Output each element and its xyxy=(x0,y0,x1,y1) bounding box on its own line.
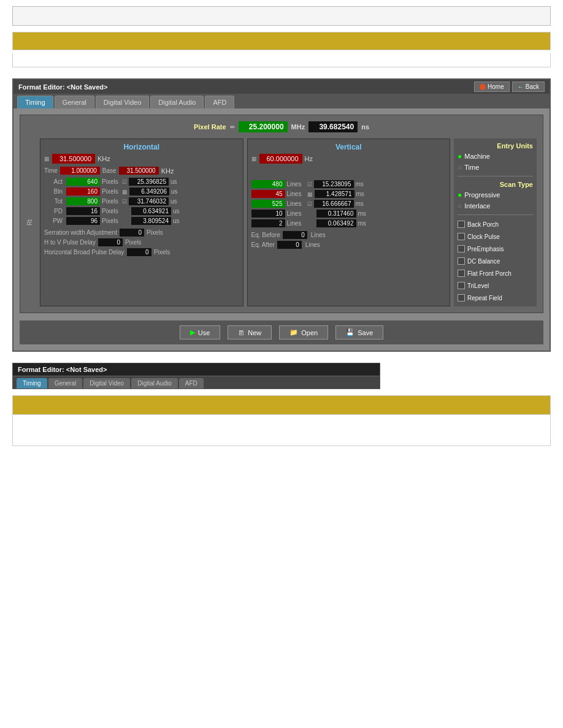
horiz-calc-icon[interactable]: ▦ xyxy=(44,156,50,162)
horiz-rows: Act 640 Pixels ☑ 25.396825 us Bln 160 Pi… xyxy=(44,178,239,225)
hv-wrapper: Rt Horizontal ▦ 31.500000 KHz Time 1.000… xyxy=(26,138,537,306)
pixel-rate-value1: 25.200000 xyxy=(239,121,288,132)
horiz-act-time: 25.396825 xyxy=(129,178,169,186)
horiz-pd-timeunit: us xyxy=(173,208,191,214)
vert-main-freq-row: ▦ 60.000000 Hz xyxy=(251,154,446,164)
use-button[interactable]: ▶ Use xyxy=(180,325,221,339)
flat-front-porch-checkbox[interactable] xyxy=(458,270,465,277)
titlebar-buttons: Home ← Back xyxy=(474,82,545,92)
vert-freq-val: 60.000000 xyxy=(259,154,302,164)
horiz-adj-hv: H to V Pulse Delay 0 Pixels xyxy=(44,238,239,246)
vert-bln-timeunit: ms xyxy=(356,191,375,197)
machine-radio[interactable]: ● xyxy=(458,152,462,161)
horiz-time-row: Time 1.000000 Base 31.500000 KHz xyxy=(44,167,239,175)
tab-digital-video[interactable]: Digital Video xyxy=(96,96,150,108)
white-section-top xyxy=(12,53,551,67)
open-button[interactable]: 📁 Open xyxy=(279,325,328,339)
vert-bln-calc[interactable]: ▦ xyxy=(307,191,313,197)
time-label: Time xyxy=(464,164,479,171)
repeat-field-checkbox[interactable] xyxy=(458,294,465,301)
back-button[interactable]: ← Back xyxy=(512,82,545,92)
small-tab-afd[interactable]: AFD xyxy=(179,378,204,389)
bottom-buttons: ▶ Use 🖹 New 📁 Open 💾 Save xyxy=(20,320,543,344)
editor-inner: Pixel Rate ✏ 25.200000 MHz 39.682540 ns … xyxy=(20,115,543,313)
horiz-pw-time: 3.809524 xyxy=(131,217,171,225)
small-editor: Format Editor: <Not Saved> Timing Genera… xyxy=(12,363,380,389)
progressive-label: Progressive xyxy=(464,191,500,199)
horiz-pd-label: PD xyxy=(44,208,63,214)
divider1 xyxy=(458,176,533,176)
preemphasis-label: PreEmphasis xyxy=(467,246,504,252)
time-radio-row: ○ Time xyxy=(458,163,533,172)
small-tab-digital-audio[interactable]: Digital Audio xyxy=(131,378,178,389)
clock-pulse-checkbox[interactable] xyxy=(458,233,465,240)
flat-front-porch-label: Flat Front Porch xyxy=(467,270,511,277)
tab-general[interactable]: General xyxy=(55,96,94,108)
editor-title: Format Editor: <Not Saved> xyxy=(18,83,107,91)
vert-tot-check[interactable]: ☑ xyxy=(307,201,312,207)
horiz-tot-time: 31.746032 xyxy=(129,197,169,205)
time-radio[interactable]: ○ xyxy=(458,163,462,172)
horiz-adj-serration: Serration width Adjustment 0 Pixels xyxy=(44,229,239,237)
horiz-tot-check[interactable]: ☑ xyxy=(122,199,127,205)
horiz-base-val: 31.500000 xyxy=(119,167,159,175)
white-right xyxy=(99,53,550,67)
progressive-radio-row: ● Progressive xyxy=(458,191,533,199)
horiz-pw-pxunit: Pixels xyxy=(102,218,120,224)
small-tab-timing[interactable]: Timing xyxy=(17,378,47,389)
horiz-bln-pxunit: Pixels xyxy=(102,188,120,195)
vert-spacer xyxy=(251,167,446,180)
horiz-bln-calc[interactable]: ▦ xyxy=(122,189,128,195)
horiz-base-unit: KHz xyxy=(161,167,174,175)
use-icon: ▶ xyxy=(190,328,195,336)
tab-afd[interactable]: AFD xyxy=(205,96,234,108)
repeat-field-label: Repeat Field xyxy=(467,295,502,301)
pixel-rate-edit-icon[interactable]: ✏ xyxy=(230,124,235,131)
golden-left xyxy=(13,32,99,50)
clock-pulse-label: Clock Pulse xyxy=(467,233,500,240)
horiz-time-label: Time xyxy=(44,167,58,174)
tab-timing[interactable]: Timing xyxy=(17,96,53,108)
horiz-time-val: 1.000000 xyxy=(60,167,100,175)
horiz-adj-serration-unit: Pixels xyxy=(147,229,163,236)
divider2 xyxy=(458,214,533,215)
editor-body: Pixel Rate ✏ 25.200000 MHz 39.682540 ns … xyxy=(13,108,550,351)
horiz-pd-pxunit: Pixels xyxy=(102,208,120,214)
checkbox-flat-front-porch: Flat Front Porch xyxy=(458,270,533,277)
format-editor: Format Editor: <Not Saved> Home ← Back T… xyxy=(12,78,551,352)
vert-calc-icon[interactable]: ▦ xyxy=(251,156,257,162)
vert-tot-timeunit: ms xyxy=(356,200,374,207)
small-tab-digital-video[interactable]: Digital Video xyxy=(83,378,130,389)
interlace-radio[interactable]: ○ xyxy=(458,202,462,210)
eq-after-row: Eq. After 0 Lines xyxy=(251,241,446,249)
dc-balance-checkbox[interactable] xyxy=(458,257,465,265)
horiz-act-check[interactable]: ☑ xyxy=(122,179,127,185)
top-bar xyxy=(12,6,551,26)
horiz-bln-label: Bln xyxy=(44,188,63,195)
horiz-row-act: Act 640 Pixels ☑ 25.396825 us xyxy=(44,178,239,186)
interlace-label: Interlace xyxy=(464,202,490,210)
vert-pd-timeunit: ms xyxy=(358,210,377,217)
trilevel-checkbox[interactable] xyxy=(458,282,465,289)
horiz-act-px: 640 xyxy=(66,178,100,186)
horiz-adj-hv-label: H to V Pulse Delay xyxy=(44,239,96,246)
preemphasis-checkbox[interactable] xyxy=(458,245,465,252)
vert-pw-ln: 2 xyxy=(251,219,285,227)
small-tab-general[interactable]: General xyxy=(48,378,83,389)
back-porch-checkbox[interactable] xyxy=(458,221,465,228)
progressive-radio[interactable]: ● xyxy=(458,191,462,199)
horiz-base-label: Base xyxy=(102,167,117,174)
save-button[interactable]: 💾 Save xyxy=(335,325,383,339)
trilevel-label: TriLevel xyxy=(467,282,489,289)
open-icon: 📁 xyxy=(289,328,298,336)
home-button[interactable]: Home xyxy=(474,82,510,92)
vert-act-check[interactable]: ☑ xyxy=(307,181,312,188)
horiz-act-timeunit: us xyxy=(170,178,189,185)
new-icon: 🖹 xyxy=(238,329,245,336)
checkbox-repeat-field: Repeat Field xyxy=(458,294,533,301)
new-button[interactable]: 🖹 New xyxy=(228,325,272,339)
horiz-pw-timeunit: us xyxy=(173,218,191,224)
vert-pw-timeunit: ms xyxy=(358,220,377,227)
eq-after-label: Eq. After xyxy=(251,241,275,248)
tab-digital-audio[interactable]: Digital Audio xyxy=(150,96,204,108)
